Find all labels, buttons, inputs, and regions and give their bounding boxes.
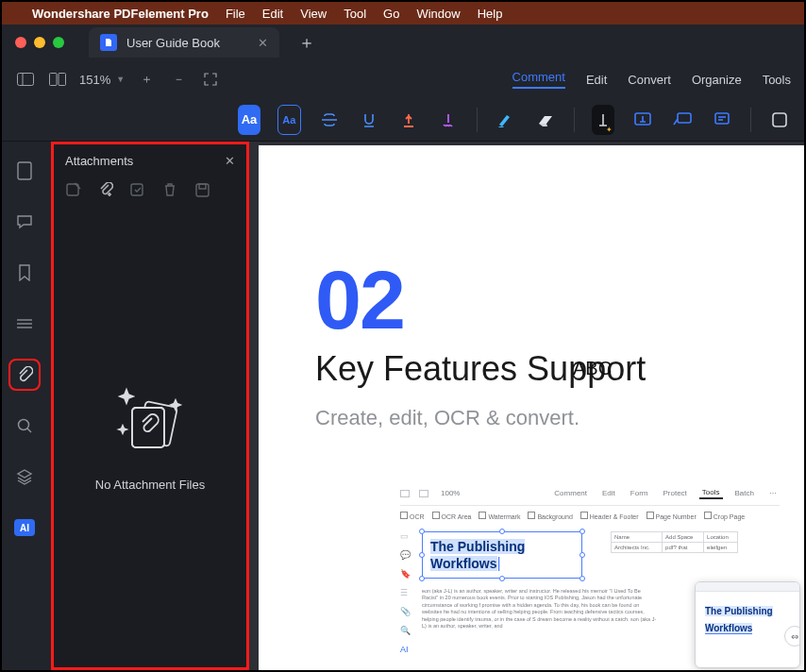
pdf-doc-icon	[100, 34, 117, 51]
comments-panel-icon[interactable]	[10, 208, 39, 236]
top-toolbar: 151% ▼ ＋ － Comment Edit Convert Organize…	[2, 60, 804, 98]
panel-empty-state: No Attachment Files	[54, 208, 246, 667]
attachment-empty-icon	[108, 383, 193, 459]
svg-rect-19	[199, 184, 206, 189]
search-icon[interactable]	[10, 412, 39, 440]
emb-paragraph: eon (aka J-L) is an author, speaker, wri…	[422, 588, 658, 630]
shapes-button[interactable]	[768, 105, 791, 135]
save-attachment-icon[interactable]	[193, 181, 210, 198]
attachments-icon[interactable]	[10, 361, 39, 389]
svg-rect-17	[131, 184, 143, 195]
delete-attachment-icon[interactable]	[161, 181, 178, 198]
emb-subtool: Watermark	[479, 512, 520, 520]
fit-screen-icon[interactable]	[200, 69, 221, 90]
svg-rect-6	[715, 113, 729, 124]
text-annotation[interactable]: ABC	[573, 358, 612, 379]
emb-subtool: OCR Area	[432, 512, 472, 520]
close-window-button[interactable]	[15, 37, 26, 48]
strikethrough-button[interactable]	[318, 105, 341, 135]
menu-window[interactable]: Window	[416, 7, 460, 21]
app-name[interactable]: Wondershare PDFelement Pro	[32, 7, 209, 21]
zoom-display[interactable]: 151% ▼	[79, 73, 125, 87]
document-tab[interactable]: User Guide Book ✕	[89, 27, 279, 58]
eraser-button[interactable]	[534, 105, 557, 135]
emb-subtool: Header & Footer	[580, 512, 639, 520]
new-tab-button[interactable]: ＋	[298, 31, 315, 54]
panel-close-icon[interactable]: ✕	[225, 154, 235, 168]
empty-message: No Attachment Files	[95, 478, 205, 492]
emb-tab: Comment	[551, 488, 590, 498]
squiggly-button[interactable]	[437, 105, 460, 135]
emb-layout-icon	[419, 490, 428, 497]
menu-help[interactable]: Help	[478, 7, 503, 21]
expand-knob-icon[interactable]: ⇔	[784, 626, 800, 647]
svg-rect-3	[59, 74, 66, 86]
layers-icon[interactable]	[10, 462, 39, 491]
zoom-in-button[interactable]: ＋	[136, 69, 157, 90]
ai-panel-button[interactable]: AI	[10, 513, 39, 542]
window-controls	[15, 37, 64, 48]
panel-title: Attachments	[65, 154, 133, 168]
minimize-window-button[interactable]	[34, 37, 45, 48]
menu-edit[interactable]: Edit	[262, 7, 283, 21]
emb-tab-active: Tools	[699, 487, 723, 499]
panel-tools	[54, 177, 246, 208]
main-tab-comment[interactable]: Comment	[512, 70, 565, 89]
tab-title: User Guide Book	[126, 36, 220, 50]
emb-left-rail: ▭💬🔖☰📎🔍AI	[400, 531, 411, 654]
rename-attachment-icon[interactable]	[129, 181, 146, 198]
page-heading: Key Features Support	[315, 349, 780, 389]
app-window: User Guide Book ✕ ＋ 151% ▼ ＋ － Comment	[2, 25, 804, 670]
emb-more: ⋯	[766, 488, 780, 498]
menu-go[interactable]: Go	[383, 7, 399, 21]
emb-subtool: OCR	[400, 512, 425, 520]
text-callout-button[interactable]: ✦	[592, 105, 614, 135]
sticky-note-button[interactable]	[711, 105, 733, 135]
section-number: 02	[315, 259, 780, 342]
edit-attachment-icon[interactable]	[65, 181, 82, 198]
pdf-page: 02 ABC Key Features Support Create, edit…	[259, 145, 804, 670]
emb-layout-icon	[400, 490, 410, 497]
text-annotation-button[interactable]: Aa	[238, 105, 260, 135]
emb-subtool: Page Number	[646, 512, 697, 520]
emb-selection-box: The Publishing Workflows|	[422, 531, 582, 579]
bookmarks-icon[interactable]	[10, 259, 39, 287]
text-box-button[interactable]	[631, 105, 654, 135]
ribbon-divider	[750, 108, 751, 132]
caret-insert-button[interactable]	[397, 105, 420, 135]
underline-button[interactable]	[358, 105, 380, 135]
document-view[interactable]: 02 ABC Key Features Support Create, edit…	[249, 142, 804, 670]
highlighter-button[interactable]	[495, 105, 517, 135]
svg-rect-10	[18, 162, 31, 179]
area-highlight-button[interactable]: Aa	[277, 105, 301, 135]
menu-tool[interactable]: Tool	[344, 7, 366, 21]
menu-file[interactable]: File	[226, 7, 245, 21]
main-tab-tools[interactable]: Tools	[763, 73, 791, 87]
zoom-out-button[interactable]: －	[168, 69, 189, 90]
left-rail: AI	[2, 142, 47, 670]
svg-rect-5	[678, 113, 691, 123]
thumbnails-icon[interactable]	[10, 157, 39, 185]
main-tab-convert[interactable]: Convert	[628, 73, 671, 87]
menu-view[interactable]: View	[300, 7, 327, 21]
svg-point-14	[19, 420, 29, 430]
emb-subtool: Crop Page	[704, 512, 745, 520]
floating-preview-window: The Publishing Workflows ⇔	[695, 581, 800, 668]
main-tab-organize[interactable]: Organize	[692, 73, 742, 87]
svg-rect-21	[132, 408, 164, 447]
page-subheading: Create, edit, OCR & convert.	[315, 406, 780, 430]
fullscreen-window-button[interactable]	[53, 37, 64, 48]
add-attachment-icon[interactable]	[97, 181, 114, 198]
fields-icon[interactable]	[10, 310, 39, 338]
callout-button[interactable]	[671, 105, 694, 135]
main-tab-edit[interactable]: Edit	[586, 73, 607, 87]
page-layout-icon[interactable]	[47, 69, 68, 90]
ribbon-divider	[574, 108, 575, 132]
emb-tab: Edit	[599, 488, 618, 498]
emb-table: NameAdd SpaceLocation Architects Inc.pdf…	[611, 531, 738, 553]
svg-rect-2	[50, 74, 58, 86]
emb-tab: Batch	[732, 488, 757, 498]
tab-close-icon[interactable]: ✕	[258, 36, 268, 50]
chevron-down-icon: ▼	[116, 75, 125, 84]
sidebar-toggle-icon[interactable]	[15, 69, 36, 90]
